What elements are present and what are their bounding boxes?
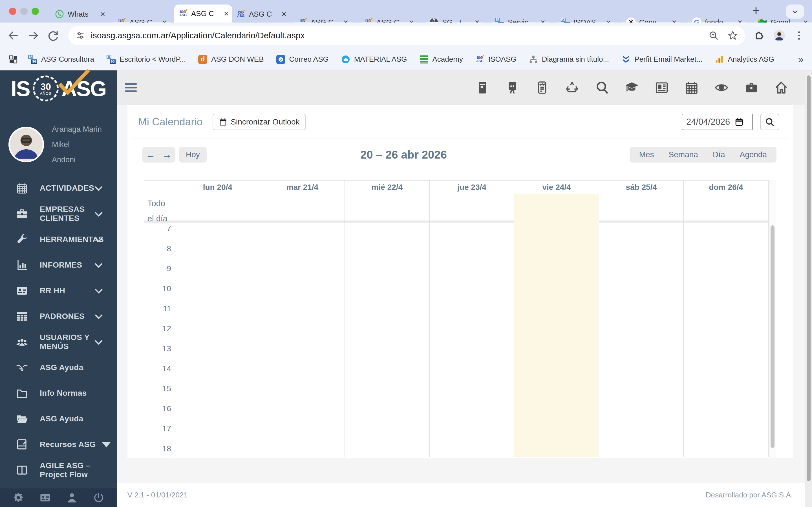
time-cell-mie-22-4-11[interactable] xyxy=(345,303,429,323)
view-agenda[interactable]: Agenda xyxy=(740,150,767,159)
window-minimize-button[interactable] xyxy=(20,8,28,15)
zoom-indicator-icon[interactable] xyxy=(708,30,719,41)
sidebar-item-informes[interactable]: INFORMES xyxy=(0,252,117,278)
sidebar-item-padrones[interactable]: PADRONES xyxy=(0,303,117,329)
time-cell-dom-26-4-12[interactable] xyxy=(683,323,768,343)
briefcase-icon[interactable] xyxy=(744,80,758,95)
time-cell-jue-23-4-16[interactable] xyxy=(429,403,514,423)
apps-grid-icon[interactable] xyxy=(8,55,18,64)
time-cell-mar-21-4-10[interactable] xyxy=(260,283,345,303)
date-picker-icon[interactable] xyxy=(730,117,748,126)
all-day-cell-mar-21-4[interactable] xyxy=(260,194,345,226)
time-cell-vie-24-4-12[interactable] xyxy=(514,323,599,343)
time-cell-dom-26-4-15[interactable] xyxy=(683,383,768,403)
all-day-cell-mie-22-4[interactable] xyxy=(345,194,429,226)
search-icon[interactable] xyxy=(595,80,609,95)
time-cell-lun-20-4-14[interactable] xyxy=(175,363,260,383)
time-cell-dom-26-4-13[interactable] xyxy=(683,343,768,363)
tab-close-button[interactable]: × xyxy=(223,9,229,18)
all-day-cell-vie-24-4[interactable] xyxy=(514,194,599,226)
sidebar-item-asg-ayuda[interactable]: ASG Ayuda xyxy=(0,355,117,380)
time-cell-jue-23-4-15[interactable] xyxy=(429,383,514,403)
time-cell-dom-26-4-8[interactable] xyxy=(683,243,768,263)
window-zoom-button[interactable] xyxy=(32,8,39,15)
home-icon[interactable] xyxy=(774,80,788,95)
time-cell-jue-23-4-10[interactable] xyxy=(429,283,514,303)
time-cell-mie-22-4-12[interactable] xyxy=(345,323,429,343)
bookmark-correo-asg[interactable]: oCorreo ASG xyxy=(276,55,329,64)
sync-outlook-button[interactable]: Sincronizar Outlook xyxy=(213,114,306,130)
window-scrollbar[interactable] xyxy=(805,71,812,507)
window-close-button[interactable] xyxy=(9,8,16,15)
all-day-cell-lun-20-4[interactable] xyxy=(175,194,260,226)
person-icon[interactable] xyxy=(66,492,78,503)
time-cell-mar-21-4-7[interactable] xyxy=(260,223,345,243)
bookmark-material-asg[interactable]: MATERIAL ASG xyxy=(341,55,407,64)
bookmark-perfit-email-market[interactable]: Perfit Email Market... xyxy=(621,55,702,64)
tab-3-asg-c[interactable]: ISOASGASG C× xyxy=(174,4,232,22)
time-cell-mie-22-4-18[interactable] xyxy=(345,443,429,457)
time-cell-vie-24-4-15[interactable] xyxy=(514,383,599,403)
view-semana[interactable]: Semana xyxy=(669,150,698,159)
tab-4-asg-c[interactable]: ISOASGASG C× xyxy=(232,6,290,22)
time-cell-lun-20-4-16[interactable] xyxy=(175,403,260,423)
sidebar-item-usuarios-y-menus[interactable]: USUARIOS Y MENÚS xyxy=(0,329,117,355)
time-cell-vie-24-4-8[interactable] xyxy=(514,243,599,263)
next-week-button[interactable]: → xyxy=(159,147,175,163)
time-cell-mie-22-4-10[interactable] xyxy=(345,283,429,303)
time-cell-lun-20-4-8[interactable] xyxy=(175,243,260,263)
time-cell-dom-26-4-9[interactable] xyxy=(683,263,768,283)
time-cell-sab-25-4-10[interactable] xyxy=(599,283,684,303)
id-card-icon[interactable] xyxy=(39,492,51,503)
time-cell-lun-20-4-10[interactable] xyxy=(175,283,260,303)
archive-icon[interactable] xyxy=(475,80,490,95)
calendar-scrollbar[interactable] xyxy=(769,180,776,458)
power-icon[interactable] xyxy=(93,492,105,503)
sidebar-item-empresas-clientes[interactable]: EMPRESAS CLIENTES xyxy=(0,201,117,226)
all-day-cell-sab-25-4[interactable] xyxy=(599,194,684,226)
time-cell-lun-20-4-12[interactable] xyxy=(175,323,260,343)
view-dia[interactable]: Día xyxy=(713,150,725,159)
time-cell-jue-23-4-13[interactable] xyxy=(429,343,514,363)
time-cell-dom-26-4-11[interactable] xyxy=(683,303,768,323)
time-cell-jue-23-4-11[interactable] xyxy=(429,303,514,323)
reload-button[interactable] xyxy=(47,29,59,42)
sidebar-item-rr-hh[interactable]: RR HH xyxy=(0,278,117,303)
menu-toggle-icon[interactable] xyxy=(125,83,137,92)
time-cell-mar-21-4-17[interactable] xyxy=(260,423,345,443)
tab-1-whats[interactable]: Whats× xyxy=(51,6,109,22)
time-cell-mie-22-4-7[interactable] xyxy=(345,223,429,243)
time-cell-mar-21-4-9[interactable] xyxy=(260,263,345,283)
time-cell-mar-21-4-13[interactable] xyxy=(260,343,345,363)
time-cell-lun-20-4-7[interactable] xyxy=(175,223,260,243)
list-icon[interactable] xyxy=(535,80,549,95)
time-cell-sab-25-4-18[interactable] xyxy=(599,443,684,457)
time-cell-jue-23-4-8[interactable] xyxy=(429,243,514,263)
time-cell-vie-24-4-18[interactable] xyxy=(514,443,599,457)
bookmark-analytics-asg[interactable]: Analytics ASG xyxy=(715,55,774,64)
graduation-cap-icon[interactable] xyxy=(625,80,639,95)
time-cell-jue-23-4-18[interactable] xyxy=(429,443,514,457)
date-input[interactable]: 24/04/2026 xyxy=(682,114,753,130)
back-button[interactable] xyxy=(7,29,20,42)
time-cell-jue-23-4-7[interactable] xyxy=(429,223,514,243)
time-cell-jue-23-4-12[interactable] xyxy=(429,323,514,343)
time-cell-mar-21-4-18[interactable] xyxy=(260,443,345,457)
bookmark-diagrama-sin-titulo[interactable]: Diagrama sin título... xyxy=(529,55,609,64)
time-cell-mie-22-4-15[interactable] xyxy=(345,383,429,403)
bookmarks-overflow-button[interactable]: » xyxy=(798,54,804,65)
sidebar-item-actividades[interactable]: ACTIVIDADES xyxy=(0,175,117,201)
time-cell-dom-26-4-14[interactable] xyxy=(683,363,768,383)
tab-close-button[interactable]: × xyxy=(100,10,105,18)
time-cell-vie-24-4-13[interactable] xyxy=(514,343,599,363)
time-cell-dom-26-4-10[interactable] xyxy=(683,283,768,303)
today-button[interactable]: Hoy xyxy=(179,147,207,163)
time-cell-mar-21-4-12[interactable] xyxy=(260,323,345,343)
tab-close-button[interactable]: × xyxy=(282,10,287,18)
site-settings-icon[interactable] xyxy=(75,31,85,41)
time-cell-mar-21-4-16[interactable] xyxy=(260,403,345,423)
calendar-icon[interactable] xyxy=(684,80,699,95)
recycle-icon[interactable] xyxy=(565,80,579,95)
sidebar-item-herramientas[interactable]: HERRAMIENTAS xyxy=(0,226,117,252)
time-cell-mar-21-4-14[interactable] xyxy=(260,363,345,383)
